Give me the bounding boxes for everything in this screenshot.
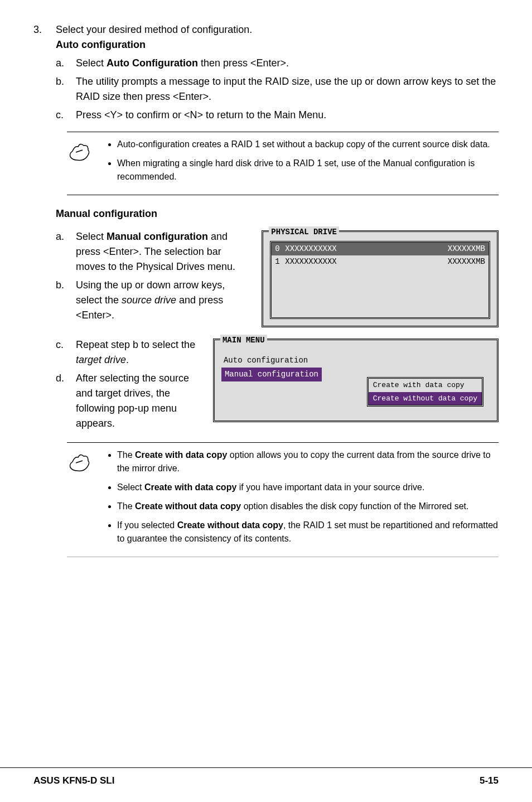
drive-row-selected: 0 XXXXXXXXXXX XXXXXXMB <box>272 243 489 255</box>
manual-config-heading: Manual configuration <box>56 206 499 221</box>
manual-b-text: Using the up or down arrow keys, select … <box>76 278 250 323</box>
sub-a-text: Select Auto Configuration then press <En… <box>76 56 499 71</box>
manual-a-letter: a. <box>56 229 76 274</box>
note2-bullet1: The Create with data copy option allows … <box>117 448 499 475</box>
drive-row: 1 XXXXXXXXXXX XXXXXXMB <box>272 255 489 268</box>
manual-c-letter: c. <box>56 337 76 368</box>
note1-bullet1: Auto-configuration creates a RAID 1 set … <box>117 138 499 151</box>
physical-drive-panel: PHYSICAL DRIVE 0 XXXXXXXXXXX XXXXXXMB 1 … <box>262 230 499 327</box>
menu-auto-config: Auto configuration <box>221 354 310 368</box>
physical-drive-title: PHYSICAL DRIVE <box>269 226 339 238</box>
sub-c-text: Press <Y> to confirm or <N> to return to… <box>76 108 499 123</box>
step-intro: Select your desired method of configurat… <box>56 22 499 37</box>
popup-create-without-copy: Create without data copy <box>369 392 482 405</box>
note2-bullet3: The Create without data copy option disa… <box>117 500 499 513</box>
sub-a-letter: a. <box>56 56 76 71</box>
sub-b-letter: b. <box>56 74 76 104</box>
manual-d-text: After selecting the source and target dr… <box>76 371 206 431</box>
note2-bullet2: Select Create with data copy if you have… <box>117 481 499 494</box>
note-hand-icon <box>67 448 106 551</box>
main-menu-panel: MAIN MENU Auto configuration Manual conf… <box>213 339 499 422</box>
manual-c-text: Repeat step b to select the target drive… <box>76 337 206 368</box>
note-hand-icon <box>67 138 106 189</box>
step-number: 3. <box>33 22 56 126</box>
main-menu-title: MAIN MENU <box>220 335 267 346</box>
manual-b-letter: b. <box>56 278 76 323</box>
menu-manual-config: Manual configuration <box>221 368 322 381</box>
sub-c-letter: c. <box>56 108 76 123</box>
note2-bullet4: If you selected Create without data copy… <box>117 519 499 545</box>
sub-b-text: The utility prompts a message to input t… <box>76 74 499 104</box>
manual-d-letter: d. <box>56 371 76 431</box>
auto-config-heading: Auto configuration <box>56 37 499 52</box>
note1-bullet2: When migrating a single hard disk drive … <box>117 157 499 183</box>
footer-model: ASUS KFN5-D SLI <box>33 774 114 788</box>
popup-create-with-copy: Create with data copy <box>369 379 482 392</box>
create-popup: Create with data copy Create without dat… <box>367 377 483 407</box>
manual-a-text: Select Manual configuration and press <E… <box>76 229 250 274</box>
footer-page-number: 5-15 <box>480 774 499 788</box>
